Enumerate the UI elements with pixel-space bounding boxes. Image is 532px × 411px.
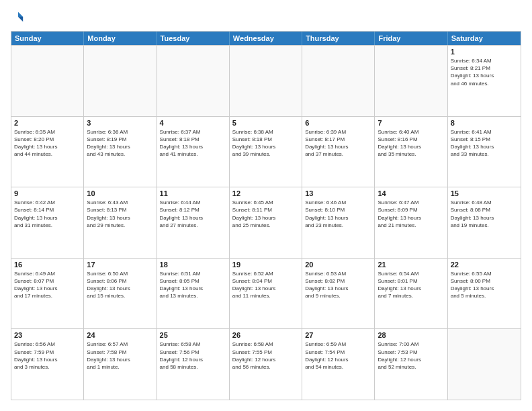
day-number: 13 [305,189,371,197]
day-info: Sunrise: 6:46 AM Sunset: 8:10 PM Dayligh… [305,199,371,229]
calendar: SundayMondayTuesdayWednesdayThursdayFrid… [11,31,521,400]
calendar-cell: 14Sunrise: 6:47 AM Sunset: 8:09 PM Dayli… [375,187,447,258]
day-info: Sunrise: 6:34 AM Sunset: 8:21 PM Dayligh… [451,57,518,87]
calendar-cell: 24Sunrise: 6:57 AM Sunset: 7:58 PM Dayli… [84,329,157,400]
day-number: 25 [160,331,226,339]
calendar-header-cell: Monday [84,32,157,45]
day-info: Sunrise: 6:35 AM Sunset: 8:20 PM Dayligh… [14,128,81,158]
calendar-cell: 22Sunrise: 6:55 AM Sunset: 8:00 PM Dayli… [448,259,521,329]
calendar-header-row: SundayMondayTuesdayWednesdayThursdayFrid… [11,32,521,45]
calendar-cell: 19Sunrise: 6:52 AM Sunset: 8:04 PM Dayli… [230,259,302,329]
day-number: 23 [14,331,81,339]
day-info: Sunrise: 6:50 AM Sunset: 8:06 PM Dayligh… [87,270,153,300]
day-info: Sunrise: 6:40 AM Sunset: 8:16 PM Dayligh… [378,128,444,158]
calendar-header-cell: Friday [375,32,447,45]
day-info: Sunrise: 6:48 AM Sunset: 8:08 PM Dayligh… [451,199,518,229]
calendar-cell: 27Sunrise: 6:59 AM Sunset: 7:54 PM Dayli… [302,329,375,400]
day-number: 3 [87,119,153,127]
calendar-cell: 23Sunrise: 6:56 AM Sunset: 7:59 PM Dayli… [11,329,84,400]
day-number: 11 [160,189,226,197]
calendar-cell: 10Sunrise: 6:43 AM Sunset: 8:13 PM Dayli… [84,187,157,258]
calendar-cell: 13Sunrise: 6:46 AM Sunset: 8:10 PM Dayli… [302,187,375,258]
calendar-cell: 20Sunrise: 6:53 AM Sunset: 8:02 PM Dayli… [302,259,375,329]
day-number: 8 [451,119,518,127]
day-info: Sunrise: 6:59 AM Sunset: 7:54 PM Dayligh… [305,340,371,371]
calendar-cell [11,46,84,116]
calendar-body: 1Sunrise: 6:34 AM Sunset: 8:21 PM Daylig… [11,45,521,400]
day-info: Sunrise: 6:37 AM Sunset: 8:18 PM Dayligh… [160,128,226,158]
day-info: Sunrise: 6:56 AM Sunset: 7:59 PM Dayligh… [14,340,81,371]
logo [11,11,24,24]
calendar-cell: 6Sunrise: 6:39 AM Sunset: 8:17 PM Daylig… [302,117,375,187]
day-info: Sunrise: 6:49 AM Sunset: 8:07 PM Dayligh… [14,270,81,300]
day-info: Sunrise: 6:38 AM Sunset: 8:18 PM Dayligh… [232,128,299,158]
day-info: Sunrise: 6:45 AM Sunset: 8:11 PM Dayligh… [232,199,299,229]
page: SundayMondayTuesdayWednesdayThursdayFrid… [0,0,532,411]
calendar-cell: 5Sunrise: 6:38 AM Sunset: 8:18 PM Daylig… [230,117,302,187]
day-number: 20 [305,261,371,269]
day-info: Sunrise: 6:51 AM Sunset: 8:05 PM Dayligh… [160,270,226,300]
day-info: Sunrise: 7:00 AM Sunset: 7:53 PM Dayligh… [378,340,444,371]
calendar-cell: 8Sunrise: 6:41 AM Sunset: 8:15 PM Daylig… [448,117,521,187]
day-number: 18 [160,261,226,269]
calendar-cell: 9Sunrise: 6:42 AM Sunset: 8:14 PM Daylig… [11,187,84,258]
day-info: Sunrise: 6:47 AM Sunset: 8:09 PM Dayligh… [378,199,444,229]
calendar-header-cell: Sunday [11,32,84,45]
day-info: Sunrise: 6:39 AM Sunset: 8:17 PM Dayligh… [305,128,371,158]
calendar-cell: 4Sunrise: 6:37 AM Sunset: 8:18 PM Daylig… [157,117,230,187]
calendar-cell [448,329,521,400]
day-info: Sunrise: 6:58 AM Sunset: 7:55 PM Dayligh… [232,340,299,371]
svg-marker-0 [18,12,23,17]
calendar-cell: 26Sunrise: 6:58 AM Sunset: 7:55 PM Dayli… [230,329,302,400]
calendar-week: 16Sunrise: 6:49 AM Sunset: 8:07 PM Dayli… [11,258,521,329]
calendar-cell: 21Sunrise: 6:54 AM Sunset: 8:01 PM Dayli… [375,259,447,329]
calendar-week: 2Sunrise: 6:35 AM Sunset: 8:20 PM Daylig… [11,116,521,187]
calendar-cell [375,46,447,116]
day-number: 9 [14,189,81,197]
day-number: 7 [378,119,444,127]
day-info: Sunrise: 6:58 AM Sunset: 7:56 PM Dayligh… [160,340,226,371]
calendar-cell [84,46,157,116]
day-number: 15 [451,189,518,197]
calendar-header-cell: Wednesday [230,32,302,45]
day-number: 28 [378,331,444,339]
day-number: 4 [160,119,226,127]
calendar-cell: 12Sunrise: 6:45 AM Sunset: 8:11 PM Dayli… [230,187,302,258]
day-info: Sunrise: 6:57 AM Sunset: 7:58 PM Dayligh… [87,340,153,371]
calendar-cell [230,46,302,116]
day-number: 14 [378,189,444,197]
calendar-cell: 18Sunrise: 6:51 AM Sunset: 8:05 PM Dayli… [157,259,230,329]
calendar-cell [302,46,375,116]
day-number: 21 [378,261,444,269]
calendar-cell: 17Sunrise: 6:50 AM Sunset: 8:06 PM Dayli… [84,259,157,329]
day-info: Sunrise: 6:52 AM Sunset: 8:04 PM Dayligh… [232,270,299,300]
day-number: 26 [232,331,299,339]
day-number: 27 [305,331,371,339]
calendar-cell: 16Sunrise: 6:49 AM Sunset: 8:07 PM Dayli… [11,259,84,329]
calendar-week: 23Sunrise: 6:56 AM Sunset: 7:59 PM Dayli… [11,328,521,400]
calendar-week: 9Sunrise: 6:42 AM Sunset: 8:14 PM Daylig… [11,187,521,258]
day-number: 6 [305,119,371,127]
day-number: 10 [87,189,153,197]
calendar-cell: 3Sunrise: 6:36 AM Sunset: 8:19 PM Daylig… [84,117,157,187]
logo-icon [12,11,24,23]
header [11,11,521,24]
calendar-cell [157,46,230,116]
day-number: 24 [87,331,153,339]
calendar-cell: 11Sunrise: 6:44 AM Sunset: 8:12 PM Dayli… [157,187,230,258]
calendar-cell: 28Sunrise: 7:00 AM Sunset: 7:53 PM Dayli… [375,329,447,400]
calendar-header-cell: Saturday [448,32,521,45]
day-info: Sunrise: 6:54 AM Sunset: 8:01 PM Dayligh… [378,270,444,300]
day-number: 22 [451,261,518,269]
calendar-cell: 2Sunrise: 6:35 AM Sunset: 8:20 PM Daylig… [11,117,84,187]
day-number: 17 [87,261,153,269]
calendar-cell: 15Sunrise: 6:48 AM Sunset: 8:08 PM Dayli… [448,187,521,258]
calendar-header-cell: Thursday [302,32,375,45]
day-number: 12 [232,189,299,197]
day-info: Sunrise: 6:43 AM Sunset: 8:13 PM Dayligh… [87,199,153,229]
day-info: Sunrise: 6:36 AM Sunset: 8:19 PM Dayligh… [87,128,153,158]
calendar-week: 1Sunrise: 6:34 AM Sunset: 8:21 PM Daylig… [11,45,521,116]
calendar-cell: 7Sunrise: 6:40 AM Sunset: 8:16 PM Daylig… [375,117,447,187]
day-info: Sunrise: 6:42 AM Sunset: 8:14 PM Dayligh… [14,199,81,229]
day-number: 1 [451,48,518,56]
